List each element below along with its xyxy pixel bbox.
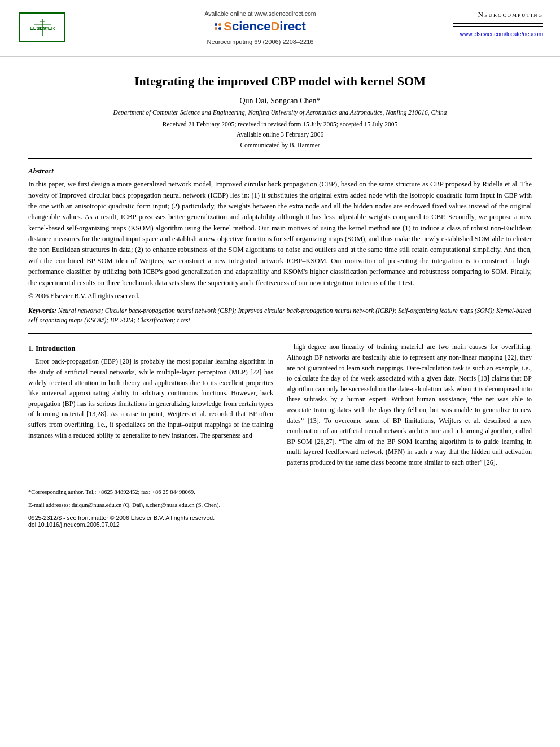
- issn-line: 0925-2312/$ - see front matter © 2006 El…: [28, 514, 532, 521]
- sciencedirect-logo: ScienceDirect: [215, 19, 306, 34]
- page: ELSEVIER Available online at www.science…: [0, 0, 560, 747]
- keywords-section: Keywords: Neural networks; Circular back…: [28, 306, 532, 326]
- left-col-text: Error back-propagation (EBP) [20] is pro…: [28, 356, 273, 440]
- authors: Qun Dai, Songcan Chen*: [28, 97, 532, 106]
- elsevier-url[interactable]: www.elsevier.com/locate/neucom: [460, 31, 543, 37]
- title-divider: [28, 158, 532, 159]
- two-col-body: 1. Introduction Error back-propagation (…: [28, 342, 532, 471]
- sd-dots-icon: [215, 23, 221, 30]
- footnotes-section: *Corresponding author. Tel.: +8625 84892…: [0, 483, 560, 510]
- sciencedirect-wordmark: ScienceDirect: [224, 19, 306, 34]
- affiliation: Department of Computer Science and Engin…: [28, 109, 532, 116]
- main-content: Integrating the improved CBP model with …: [0, 57, 560, 483]
- header: ELSEVIER Available online at www.science…: [0, 0, 560, 57]
- footnote-corresponding: *Corresponding author. Tel.: +8625 84892…: [28, 488, 532, 497]
- neurocomputing-title: Neurocomputing: [478, 10, 543, 19]
- abstract-section: Abstract In this paper, we first design …: [28, 167, 532, 300]
- header-line-thin: [453, 26, 543, 27]
- keywords-text: Keywords: Neural networks; Circular back…: [28, 306, 532, 326]
- header-line-thick: [453, 23, 543, 24]
- abstract-heading: Abstract: [28, 167, 532, 176]
- doi-line: doi:10.1016/j.neucom.2005.07.012: [28, 521, 532, 528]
- journal-info: Neurocomputing 69 (2006) 2208–2216: [207, 38, 314, 45]
- abstract-text: In this paper, we first design a more ge…: [28, 179, 532, 289]
- elsevier-logo: ELSEVIER: [17, 10, 68, 52]
- footnote-divider: [28, 483, 62, 483]
- intro-heading: 1. Introduction: [28, 344, 273, 353]
- col-left: 1. Introduction Error back-propagation (…: [28, 342, 273, 471]
- header-center: Available online at www.sciencedirect.co…: [68, 10, 453, 45]
- available-online-text: Available online at www.sciencedirect.co…: [204, 10, 316, 17]
- col-right: high-degree non-linearity of training ma…: [287, 342, 532, 471]
- copyright-notice: © 2006 Elsevier B.V. All rights reserved…: [28, 292, 532, 300]
- keywords-content: Neural networks; Circular back-propagati…: [28, 307, 531, 324]
- received-date: Received 21 February 2005; received in r…: [28, 119, 532, 150]
- page-footer: 0925-2312/$ - see front matter © 2006 El…: [0, 510, 560, 532]
- footnote-email: E-mail addresses: daiqun@nuaa.edu.cn (Q.…: [28, 501, 532, 510]
- keywords-label: Keywords:: [28, 307, 56, 314]
- paper-title: Integrating the improved CBP model with …: [28, 74, 532, 89]
- abstract-divider: [28, 333, 532, 334]
- header-right: Neurocomputing www.elsevier.com/locate/n…: [453, 10, 543, 37]
- right-col-text: high-degree non-linearity of training ma…: [287, 342, 532, 468]
